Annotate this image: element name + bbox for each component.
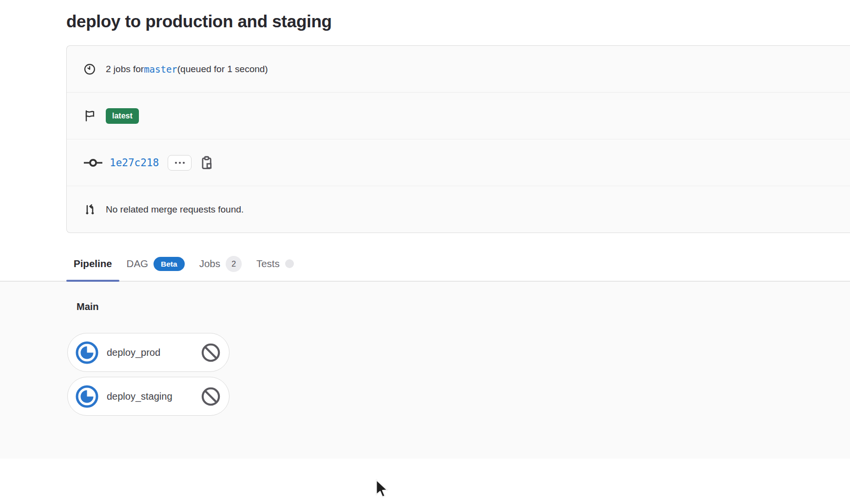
flag-icon	[83, 110, 96, 122]
stage-name: Main	[77, 301, 850, 312]
tests-count-dot	[285, 259, 294, 268]
cancel-job-button[interactable]	[201, 343, 221, 363]
branch-ref-link[interactable]: master	[144, 64, 177, 75]
tab-dag[interactable]: DAG Beta	[119, 247, 192, 281]
job-pill-deploy-staging[interactable]: deploy_staging	[67, 377, 230, 416]
tab-tests[interactable]: Tests	[249, 247, 301, 281]
pipeline-tabs: Pipeline DAG Beta Jobs 2 Tests	[0, 247, 850, 282]
merge-requests-row: No related merge requests found.	[67, 186, 850, 233]
tab-pipeline-label: Pipeline	[74, 258, 112, 270]
merge-request-icon	[83, 203, 96, 216]
commit-more-button[interactable]	[168, 155, 192, 171]
pipeline-info-card: 2 jobs for master (queued for 1 second) …	[66, 45, 850, 233]
copy-to-clipboard-icon	[200, 156, 213, 170]
jobs-summary-prefix: 2 jobs for	[106, 64, 144, 75]
tab-jobs-label: Jobs	[199, 258, 220, 270]
jobs-summary-row: 2 jobs for master (queued for 1 second)	[67, 46, 850, 93]
status-running-icon	[76, 385, 98, 408]
pipeline-graph-panel: Main deploy_prod deploy_staging	[0, 282, 850, 459]
latest-badge: latest	[106, 108, 139, 124]
tab-dag-label: DAG	[127, 258, 148, 270]
jobs-summary-suffix: (queued for 1 second)	[177, 64, 268, 75]
job-name: deploy_prod	[107, 347, 201, 358]
cancel-icon	[201, 343, 221, 363]
tab-jobs[interactable]: Jobs 2	[192, 247, 249, 281]
tab-pipeline[interactable]: Pipeline	[66, 247, 119, 281]
clock-icon	[83, 63, 96, 76]
beta-badge: Beta	[154, 257, 185, 271]
cancel-job-button[interactable]	[201, 387, 221, 407]
commit-row: 1e27c218	[67, 139, 850, 186]
copy-commit-sha-button[interactable]	[199, 155, 214, 170]
merge-requests-text: No related merge requests found.	[106, 204, 244, 215]
page-title: deploy to production and staging	[0, 0, 850, 31]
ellipsis-icon	[174, 161, 185, 164]
status-running-icon	[76, 341, 98, 364]
mouse-cursor	[373, 479, 389, 502]
jobs-count-badge: 2	[226, 256, 242, 272]
commit-icon	[83, 156, 103, 169]
latest-badge-row: latest	[67, 93, 850, 139]
commit-sha-link[interactable]: 1e27c218	[110, 157, 159, 169]
job-name: deploy_staging	[107, 391, 201, 402]
tab-tests-label: Tests	[256, 258, 280, 270]
cancel-icon	[201, 387, 221, 407]
job-pill-deploy-prod[interactable]: deploy_prod	[67, 333, 230, 372]
